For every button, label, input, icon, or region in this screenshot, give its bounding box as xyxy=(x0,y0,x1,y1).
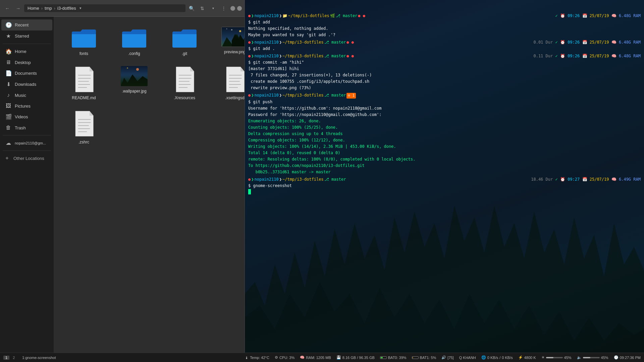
volume-status: 🔊 [75] xyxy=(441,355,453,360)
sidebar-item-videos[interactable]: 🎬 Videos xyxy=(1,111,52,122)
terminal-line-prompt5: ● ❯ nopain2110 ❯ ~/tmp/i3-dotfiles ⎇ mas… xyxy=(248,176,641,182)
sidebar-label-home: Home xyxy=(15,49,26,54)
folder-icon-config xyxy=(121,27,148,49)
clock-icon: 🕐 xyxy=(614,355,619,360)
sort-button[interactable]: ⇅ xyxy=(198,4,207,13)
file-item-preview[interactable]: preview.png xyxy=(211,23,245,59)
sidebar-label-account: nopain2110@gm... xyxy=(15,141,46,145)
sidebar-label-downloads: Downloads xyxy=(15,82,36,87)
cloud-icon: ☁ xyxy=(5,140,11,146)
sidebar-item-downloads[interactable]: ⬇ Downloads xyxy=(1,79,52,90)
freq-status: ⚡ 4800 K xyxy=(518,355,536,360)
breadcrumb-dropdown[interactable]: ▾ xyxy=(79,6,82,10)
sidebar-label-videos: Videos xyxy=(15,114,28,119)
file-label-zshrc: .zshrc xyxy=(78,140,89,144)
file-label-config: .config xyxy=(128,51,140,56)
bat1-fill xyxy=(413,357,413,358)
file-item-fonts[interactable]: fonts xyxy=(60,23,107,59)
net-status: 🌐 0 KB/s / 0 KB/s xyxy=(481,355,513,360)
sort-dropdown[interactable]: ▾ xyxy=(208,4,218,13)
terminal-line-prompt3: ● ❯ nopain2110 ❯ ~/tmp/i3-dotfiles ⎇ mas… xyxy=(248,53,641,59)
sidebar-item-account[interactable]: ☁ nopain2110@gm... xyxy=(1,137,52,148)
file-item-zshrc[interactable]: .zshrc xyxy=(60,107,107,148)
breadcrumb-home[interactable]: Home xyxy=(28,6,39,11)
net-icon: 🌐 xyxy=(481,355,486,360)
terminal-content-area[interactable]: ● ❯ nopain2110 ❯ 📁 ~/tmp/i3-dotfiles 🌿 ⎇… xyxy=(245,10,644,353)
sidebar-item-other-locations[interactable]: + Other Locations xyxy=(0,153,54,164)
file-manager-body: 🕐 Recent ★ Starred 🏠 Home 🖥 Desktop xyxy=(0,17,245,353)
breadcrumb-folder[interactable]: i3-dotfiles xyxy=(57,6,76,11)
terminal-line-prompt1: ● ❯ nopain2110 ❯ 📁 ~/tmp/i3-dotfiles 🌿 ⎇… xyxy=(248,13,641,19)
file-item-wallpaper[interactable]: .wallpaper.jpg xyxy=(111,63,158,104)
volume-slider[interactable] xyxy=(583,357,600,358)
music-icon: ♪ xyxy=(5,92,11,98)
breadcrumb[interactable]: Home › tmp › i3-dotfiles ▾ xyxy=(24,4,185,12)
toolbar-right: 🔍 ⇅ ▾ ⋮ xyxy=(187,4,242,13)
file-label-wallpaper: .wallpaper.jpg xyxy=(122,89,146,94)
file-label-readme: README.md xyxy=(72,96,96,100)
bat0-fill xyxy=(381,357,383,358)
sidebar-item-starred[interactable]: ★ Starred xyxy=(1,31,52,42)
doc-icon-readme xyxy=(73,66,95,93)
file-item-xsettingsd[interactable]: .xsettingsd xyxy=(211,63,245,104)
sidebar-item-documents[interactable]: 📄 Documents xyxy=(1,68,52,79)
window-control-2[interactable] xyxy=(237,6,242,11)
add-location-icon: + xyxy=(4,155,10,161)
breadcrumb-tmp[interactable]: tmp xyxy=(45,6,52,11)
terminal-line-push: $ git push xyxy=(248,99,641,105)
window-title-text: 1:gnome-screenshot xyxy=(22,356,56,360)
svg-point-4 xyxy=(231,29,232,31)
file-item-readme[interactable]: README.md xyxy=(60,63,107,104)
recent-icon: 🕐 xyxy=(5,22,11,28)
sidebar-divider-1 xyxy=(3,44,51,44)
sidebar-item-pictures[interactable]: 🖼 Pictures xyxy=(1,101,52,111)
sidebar-item-home[interactable]: 🏠 Home xyxy=(1,46,52,57)
folder-icon-fonts xyxy=(70,27,97,49)
forward-button[interactable]: → xyxy=(13,4,23,13)
terminal-line-compress: Compressing objects: 100% (12/12), done. xyxy=(248,137,641,143)
terminal-line-writing: Writing objects: 100% (14/14), 2.36 MiB … xyxy=(248,143,641,149)
window-control-1[interactable] xyxy=(230,6,235,11)
cursor-block xyxy=(248,189,251,194)
file-item-xresources[interactable]: .Xresources xyxy=(161,63,208,104)
terminal-line-delta: Delta compression using up to 4 threads xyxy=(248,131,641,137)
terminal-line-total: Total 14 (delta 0), reused 0 (delta 0) xyxy=(248,150,641,156)
sidebar-label-documents: Documents xyxy=(15,71,37,76)
sidebar-item-desktop[interactable]: 🖥 Desktop xyxy=(1,57,52,68)
svg-point-15 xyxy=(127,67,128,69)
sidebar-item-trash[interactable]: 🗑 Trash xyxy=(1,122,52,133)
sidebar-item-music[interactable]: ♪ Music xyxy=(1,90,52,101)
terminal-line-gitadddot: $ git add . xyxy=(248,46,641,52)
terminal-line-branch: b0b25..3731d61 master -> master xyxy=(248,169,641,175)
preview-image xyxy=(221,27,245,47)
file-content-area: fonts .config xyxy=(54,17,245,353)
clock-status: 🕐 09:27:36 PM xyxy=(614,355,641,360)
workspace-1[interactable]: 1 xyxy=(3,356,9,360)
thermometer-icon: 🌡 xyxy=(245,356,249,360)
terminal-panel: 1:gnome-screenshot ▾ _ □ ✕ ● ❯ nopain211… xyxy=(245,0,644,353)
sidebar-label-pictures: Pictures xyxy=(15,104,31,109)
back-button[interactable]: ← xyxy=(3,4,12,13)
brightness-slider[interactable] xyxy=(546,357,563,358)
sidebar-item-recent[interactable]: 🕐 Recent xyxy=(1,19,52,31)
terminal-line-nothing: Nothing specified, nothing added. xyxy=(248,25,641,32)
file-item-config[interactable]: .config xyxy=(111,23,158,59)
workspace-2[interactable]: 2 xyxy=(11,356,17,360)
menu-button[interactable]: ⋮ xyxy=(219,4,228,13)
net-down: 0 KB/s xyxy=(487,356,498,360)
file-item-git[interactable]: .git xyxy=(161,23,208,59)
file-label-fonts: fonts xyxy=(79,51,88,56)
sidebar-label-trash: Trash xyxy=(15,125,26,130)
terminal-line-prompt2: ● ❯ nopain2110 ❯ ~/tmp/i3-dotfiles ⎇ mas… xyxy=(248,39,641,45)
search-button[interactable]: 🔍 xyxy=(187,4,196,13)
terminal-line-password: Password for 'https://nopain2110@gmail.c… xyxy=(248,112,641,118)
file-label-preview: preview.png xyxy=(224,50,245,54)
disk-status: 💾 8.16 GB / 96.35 GB xyxy=(336,355,375,360)
file-manager-header: ← → Home › tmp › i3-dotfiles ▾ 🔍 ⇅ ▾ ⋮ xyxy=(0,0,245,17)
file-label-xsettingsd: .xsettingsd xyxy=(225,96,244,100)
terminal-line-enum: Enumerating objects: 26, done. xyxy=(248,118,641,124)
statusbar: 1 2 1:gnome-screenshot 🌡 Temp: 42°C ⚙ CP… xyxy=(0,353,644,362)
home-icon: 🏠 xyxy=(5,48,11,55)
time-value: 09:27:36 PM xyxy=(620,356,641,360)
svg-point-3 xyxy=(239,30,241,32)
